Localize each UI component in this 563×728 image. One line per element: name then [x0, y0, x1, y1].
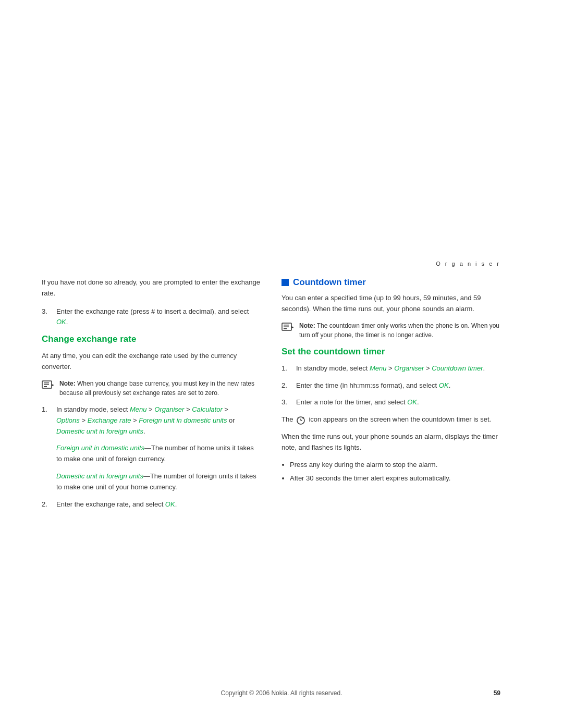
- step3-item: 3. Enter the exchange rate (press # to i…: [42, 306, 261, 328]
- icon-prefix-text: The: [282, 414, 293, 425]
- alarm-clock-icon: [296, 415, 305, 425]
- header-area: [0, 0, 563, 125]
- step3-text: Enter the exchange rate (press # to inse…: [56, 306, 261, 328]
- step2-ok-left: OK: [165, 500, 175, 508]
- step1-item-right: 1. In standby mode, select Menu > Organi…: [282, 363, 500, 374]
- step2-text-left: Enter the exchange rate, and select OK.: [56, 499, 177, 510]
- svg-rect-8: [284, 326, 289, 327]
- step1-item-left: 1. In standby mode, select Menu > Organi…: [42, 404, 261, 437]
- step1-num-left: 1.: [42, 404, 52, 437]
- step1-num-right: 1.: [282, 363, 292, 374]
- page: O r g a n i s e r If you have not done s…: [0, 0, 563, 728]
- bullet-list: Press any key during the alarm to stop t…: [290, 460, 500, 485]
- content-area: If you have not done so already, you are…: [0, 277, 563, 516]
- svg-rect-3: [44, 384, 49, 385]
- domestic-desc-text: Domestic unit in foreign units—The numbe…: [56, 471, 261, 493]
- left-column: If you have not done so already, you are…: [42, 277, 261, 516]
- svg-marker-6: [291, 326, 294, 328]
- footer-page-number: 59: [494, 689, 500, 697]
- note-icon-right: [282, 322, 294, 332]
- svg-rect-9: [284, 328, 287, 329]
- organiser-label: O r g a n i s e r: [0, 125, 563, 267]
- bullet-item-2: After 30 seconds the timer alert expires…: [290, 473, 500, 484]
- note-text-right: Note: The countdown timer only works whe…: [299, 321, 500, 340]
- footer-copyright-text: Copyright © 2006 Nokia. All rights reser…: [221, 689, 342, 697]
- svg-rect-7: [284, 325, 289, 326]
- note-text-left: Note: When you change base currency, you…: [59, 379, 261, 398]
- step3-item-right: 3. Enter a note for the timer, and selec…: [282, 397, 500, 408]
- svg-marker-1: [52, 384, 54, 386]
- foreign-desc-text: Foreign unit in domestic units—The numbe…: [56, 443, 261, 465]
- icon-suffix-text: icon appears on the screen when the coun…: [309, 414, 491, 425]
- svg-rect-2: [44, 382, 49, 384]
- step2-item-left: 2. Enter the exchange rate, and select O…: [42, 499, 261, 510]
- step3-num-right: 3.: [282, 397, 292, 408]
- step1-text-left: In standby mode, select Menu > Organiser…: [56, 404, 261, 437]
- footer: Copyright © 2006 Nokia. All rights reser…: [0, 689, 563, 697]
- intro-text: If you have not done so already, you are…: [42, 277, 261, 299]
- organiser-text: O r g a n i s e r: [436, 261, 500, 267]
- bullet-item-1: Press any key during the alarm to stop t…: [290, 460, 500, 471]
- change-intro-text: At any time, you can edit the exchange r…: [42, 351, 261, 373]
- blue-square-icon: [282, 279, 289, 286]
- set-countdown-heading: Set the countdown timer: [282, 347, 500, 357]
- step2-text-right: Enter the time (in hh:mm:ss format), and…: [296, 380, 450, 391]
- svg-rect-4: [44, 386, 47, 387]
- step2-num-right: 2.: [282, 380, 292, 391]
- icon-text-line: The icon appears on the screen when the …: [282, 414, 500, 425]
- note-box-left: Note: When you change base currency, you…: [42, 379, 261, 398]
- step1-text-right: In standby mode, select Menu > Organiser…: [296, 363, 485, 374]
- countdown-intro-text: You can enter a specified time (up to 99…: [282, 293, 500, 315]
- note-icon-left: [42, 380, 54, 390]
- step2-item-right: 2. Enter the time (in hh:mm:ss format), …: [282, 380, 500, 391]
- right-column: Countdown timer You can enter a specifie…: [282, 277, 500, 516]
- when-runs-out-text: When the time runs out, your phone sound…: [282, 431, 500, 453]
- step3-text-right: Enter a note for the timer, and select O…: [296, 397, 419, 408]
- step3-ok: OK: [56, 318, 66, 326]
- step2-num-left: 2.: [42, 499, 52, 510]
- countdown-timer-heading: Countdown timer: [282, 277, 500, 288]
- step2-ok-right: OK: [439, 381, 449, 389]
- step3-ok-right: OK: [407, 398, 417, 406]
- change-exchange-rate-heading: Change exchange rate: [42, 334, 261, 344]
- step3-num: 3.: [42, 306, 52, 328]
- note-box-right: Note: The countdown timer only works whe…: [282, 321, 500, 340]
